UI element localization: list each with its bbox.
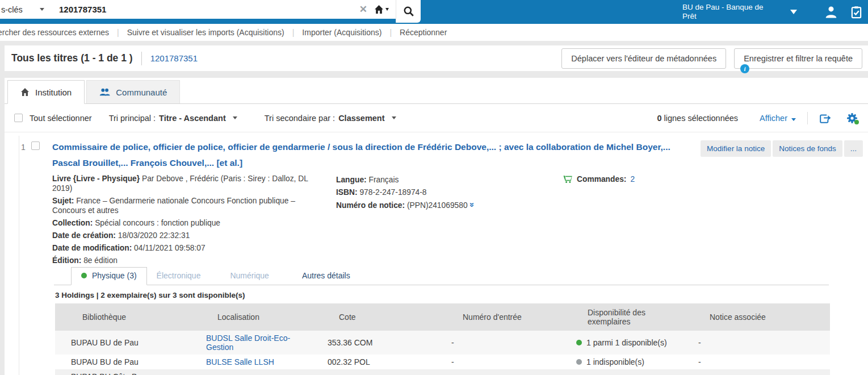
collection-field: Collection: Spécial concours : fonction … xyxy=(52,218,309,228)
nav-separator: | xyxy=(292,28,295,37)
nav-item-external-resources[interactable]: ercher des ressources externes xyxy=(0,28,109,37)
export-icon xyxy=(819,113,832,124)
top-header: s-clés ✕ BU de Pau - Banque de Prêt xyxy=(0,0,868,24)
primary-sort-label: Tri principal : xyxy=(109,114,156,123)
field-value: Français xyxy=(367,176,399,184)
record-item: 1 Commissaire de police, officier de pol… xyxy=(5,132,868,375)
chevron-down-icon xyxy=(40,8,44,11)
select-all-checkbox[interactable] xyxy=(14,114,23,122)
results-title-bar: Tous les titres (1 - 1 de 1 ) 1201787351… xyxy=(5,45,868,71)
location-link[interactable]: BULSE Salle LLSH xyxy=(206,357,274,366)
info-icon[interactable]: i xyxy=(740,64,749,73)
orders-count-link[interactable]: 2 xyxy=(630,175,635,184)
push-to-metadata-editor-button[interactable]: Déplacer vers l'éditeur de métadonnées xyxy=(561,48,726,69)
field-value: France – Gendarmerie nationale Concours … xyxy=(52,197,295,215)
results-panel: Institution Communauté Tout sélectionner… xyxy=(5,78,868,375)
settings-button[interactable] xyxy=(846,113,858,124)
tab-institution[interactable]: Institution xyxy=(7,80,85,104)
tab-other-details[interactable]: Autres détails xyxy=(292,268,360,285)
col-call-number: Cote xyxy=(312,303,435,331)
search-profile-home[interactable] xyxy=(374,5,389,14)
field-label: Sujet: xyxy=(52,197,74,205)
details-right-column: Commandes: 2 xyxy=(563,175,635,184)
record-title-link[interactable]: Commissaire de police, officier de polic… xyxy=(52,139,680,171)
edition-field: Édition: 8e édition xyxy=(52,256,309,265)
select-all-label: Tout sélectionner xyxy=(30,114,92,123)
holdings-button[interactable]: Notices de fonds xyxy=(773,140,842,157)
modification-date-field: Date de modification: 04/11/2021 09:58:0… xyxy=(52,243,309,253)
users-icon xyxy=(99,88,110,97)
selected-count: 0 xyxy=(657,114,661,123)
search-icon xyxy=(403,6,414,17)
user-icon xyxy=(824,5,838,19)
nav-item-monitor-imports[interactable]: Suivre et visualiser les imports (Acquis… xyxy=(127,28,284,37)
chevron-down-icon xyxy=(233,116,237,119)
page-title: Tous les titres (1 - 1 de 1 ) xyxy=(11,52,133,64)
related-record-cell: - xyxy=(682,355,830,369)
tab-label: Autres détails xyxy=(302,271,350,280)
quick-links-nav: ercher des ressources externes | Suivre … xyxy=(0,24,868,41)
material-type-label: Livre {Livre - Physique} xyxy=(52,174,140,183)
primary-sort-dropdown[interactable]: Tri principal : Titre - Ascendant xyxy=(109,114,237,123)
home-icon xyxy=(374,5,384,14)
user-menu-button[interactable] xyxy=(824,5,838,19)
tasks-menu-button[interactable] xyxy=(850,6,862,19)
record-number-field: Numéro de notice: (PPN)241069580» xyxy=(336,200,569,210)
field-label: Date de modification: xyxy=(52,244,132,252)
export-button[interactable] xyxy=(819,113,832,124)
available-dot-icon xyxy=(81,273,87,278)
field-value: 978-2-247-18974-8 xyxy=(358,188,427,197)
tab-label: Communauté xyxy=(116,88,167,97)
entry-number-cell: - xyxy=(435,355,560,369)
tab-physical[interactable]: Physique (3) xyxy=(71,267,147,285)
current-location-label[interactable]: BU de Pau - Banque de Prêt xyxy=(682,3,778,21)
search-button[interactable] xyxy=(396,0,421,23)
divider xyxy=(807,112,808,124)
col-location: Localisation xyxy=(190,303,312,331)
clear-search-icon[interactable]: ✕ xyxy=(359,3,367,15)
more-actions-button[interactable]: ... xyxy=(844,140,863,157)
query-link[interactable]: 1201787351 xyxy=(150,53,198,63)
field-value: Spécial concours : fonction publique xyxy=(93,219,220,227)
nav-item-receive[interactable]: Réceptionner xyxy=(400,28,447,37)
cart-icon xyxy=(563,175,573,184)
availability-dot-icon xyxy=(576,359,582,365)
field-value: 18/03/2020 22:32:31 xyxy=(116,231,190,240)
field-value: 8e édition xyxy=(81,256,118,265)
display-dropdown[interactable]: Afficher xyxy=(760,114,796,123)
edit-record-button[interactable]: Modifier la notice xyxy=(701,140,771,157)
table-header-row: Bibliothèque Localisation Cote Numéro d'… xyxy=(55,303,830,331)
toolbar-right: 0 lignes sélectionnées Afficher xyxy=(657,112,858,124)
col-related-record: Notice associée xyxy=(682,303,830,331)
secondary-sort-dropdown[interactable]: Tri secondaire par : Classement xyxy=(265,114,396,123)
library-cell: BUPAU BU de Pau xyxy=(55,331,190,355)
expand-chevrons-icon[interactable]: » xyxy=(467,202,477,207)
chevron-down-icon xyxy=(791,118,796,121)
field-value: 04/11/2021 09:58:07 xyxy=(132,244,205,252)
call-number-cell: 353.36 COM xyxy=(312,331,435,355)
details-middle-column: Langue: Français ISBN: 978-2-247-18974-8… xyxy=(336,175,569,213)
search-scope-label: s-clés xyxy=(1,5,23,14)
home-icon xyxy=(20,88,30,97)
row-checkbox[interactable] xyxy=(31,141,40,150)
nav-item-import[interactable]: Importer (Acquisitions) xyxy=(302,28,381,37)
creation-date-field: Date de création: 18/03/2020 22:32:31 xyxy=(52,231,309,240)
search-scope-dropdown[interactable]: s-clés xyxy=(0,5,51,14)
table-row: BUPAU BU de Pau BUDSL Salle Droit-Eco-Ge… xyxy=(55,331,830,355)
inventory-tabs: Physique (3) Électronique Numérique Autr… xyxy=(54,267,829,285)
nav-separator: | xyxy=(389,28,392,37)
save-and-filter-query-button[interactable]: Enregistrer et filtrer la requête xyxy=(734,48,862,69)
search-input[interactable] xyxy=(51,5,357,14)
library-cell: BUPAU BU de Pau xyxy=(55,355,190,369)
entry-number-cell: - xyxy=(435,331,560,355)
tab-community[interactable]: Communauté xyxy=(86,80,180,103)
selected-count-suffix: lignes sélectionnées xyxy=(661,114,738,123)
location-link[interactable]: BUDSL Salle Droit-Eco-Gestion xyxy=(206,334,290,352)
clipboard-check-icon xyxy=(850,6,862,19)
record-details: Livre {Livre - Physique} Par Debove , Fr… xyxy=(52,174,868,265)
account-chevron-down-icon[interactable] xyxy=(790,10,797,14)
secondary-sort-label: Tri secondaire par : xyxy=(265,114,335,123)
isbn-field: ISBN: 978-2-247-18974-8 xyxy=(336,188,569,197)
tab-digital[interactable]: Numérique xyxy=(220,268,278,285)
tab-electronic[interactable]: Électronique xyxy=(147,268,211,285)
